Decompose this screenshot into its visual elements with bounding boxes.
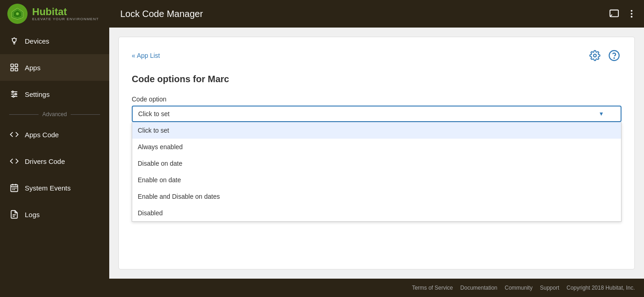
svg-line-10 — [16, 39, 17, 39]
svg-point-7 — [12, 38, 16, 42]
dropdown-menu: Click to set Always enabled Disable on d… — [132, 122, 622, 222]
footer: Terms of Service Documentation Community… — [0, 279, 644, 297]
hubitat-logo-icon — [7, 4, 28, 24]
advanced-label: Advanced — [42, 111, 67, 118]
code-option-dropdown[interactable]: Click to set ▼ Click to set Always enabl… — [132, 106, 622, 122]
code-icon-drivers — [9, 156, 19, 166]
svg-rect-11 — [11, 64, 14, 67]
code-icon-apps — [9, 129, 19, 140]
footer-copyright: Copyright 2018 Hubitat, Inc. — [566, 285, 635, 291]
svg-point-4 — [631, 10, 633, 12]
option-enable-disable-on-dates[interactable]: Enable and Disable on dates — [132, 188, 621, 205]
advanced-divider: Advanced — [0, 107, 109, 121]
sidebar-item-devices[interactable]: Devices — [0, 28, 109, 54]
content-area: « App List — [109, 28, 644, 279]
option-disabled[interactable]: Disabled — [132, 205, 621, 221]
sidebar-apps-label: Apps — [25, 64, 40, 72]
header-actions — [609, 9, 637, 19]
sidebar-logs-label: Logs — [25, 211, 40, 219]
page-title: Lock Code Manager — [117, 9, 609, 19]
option-disable-on-date[interactable]: Disable on date — [132, 155, 621, 172]
svg-rect-28 — [12, 189, 13, 190]
sidebar-item-settings[interactable]: Settings — [0, 81, 109, 107]
grid-icon — [9, 62, 19, 73]
svg-point-5 — [631, 13, 633, 15]
sidebar: Devices Apps — [0, 28, 109, 279]
chat-icon[interactable] — [609, 9, 619, 19]
file-icon — [9, 209, 19, 219]
sidebar-system-events-label: System Events — [25, 184, 71, 192]
back-link[interactable]: « App List — [132, 52, 160, 59]
selected-text: Click to set — [138, 110, 169, 118]
option-label: Disabled — [138, 209, 162, 217]
code-option-label: Code option — [132, 95, 622, 103]
help-icon-button[interactable] — [607, 48, 622, 63]
brand-tagline: ELEVATE YOUR ENVIRONMENT — [32, 17, 99, 21]
bulb-icon — [9, 36, 19, 46]
option-always-enabled[interactable]: Always enabled — [132, 139, 621, 155]
footer-terms-link[interactable]: Terms of Service — [412, 285, 453, 291]
option-label: Disable on date — [138, 160, 182, 167]
svg-point-6 — [631, 16, 633, 18]
svg-rect-27 — [16, 188, 17, 189]
footer-docs-link[interactable]: Documentation — [460, 285, 498, 291]
svg-rect-13 — [11, 68, 14, 71]
option-label: Enable on date — [138, 176, 181, 184]
svg-rect-14 — [15, 68, 18, 71]
footer-support-link[interactable]: Support — [540, 285, 559, 291]
sidebar-settings-label: Settings — [25, 90, 50, 98]
option-label: Enable and Disable on dates — [138, 193, 220, 200]
option-enable-on-date[interactable]: Enable on date — [132, 172, 621, 188]
option-label: Always enabled — [138, 143, 183, 151]
option-label: Click to set — [138, 127, 169, 134]
svg-rect-25 — [12, 188, 13, 189]
card-icons — [588, 48, 622, 63]
content-card: « App List — [118, 37, 635, 269]
svg-point-18 — [12, 91, 13, 92]
logo-text: Hubitat ELEVATE YOUR ENVIRONMENT — [32, 7, 99, 21]
dropdown-selected-value[interactable]: Click to set ▼ — [132, 106, 622, 122]
svg-point-2 — [16, 12, 19, 15]
option-click-to-set[interactable]: Click to set — [132, 122, 621, 139]
chevron-down-icon: ▼ — [599, 111, 604, 117]
svg-rect-12 — [15, 64, 18, 67]
logo-area: Hubitat ELEVATE YOUR ENVIRONMENT — [7, 4, 117, 24]
svg-point-32 — [594, 54, 596, 57]
sidebar-devices-label: Devices — [25, 37, 49, 45]
more-menu-icon[interactable] — [627, 9, 637, 19]
svg-point-19 — [15, 93, 17, 95]
sidebar-item-logs[interactable]: Logs — [0, 201, 109, 228]
svg-rect-29 — [14, 189, 15, 190]
svg-point-20 — [13, 95, 14, 97]
sidebar-item-system-events[interactable]: System Events — [0, 174, 109, 201]
sidebar-item-drivers-code[interactable]: Drivers Code — [0, 148, 109, 174]
brand-name: Hubitat — [32, 7, 99, 17]
sidebar-item-apps[interactable]: Apps — [0, 54, 109, 81]
svg-line-9 — [12, 39, 12, 39]
card-header: « App List — [132, 48, 622, 63]
sliders-icon — [9, 89, 19, 99]
header: Hubitat ELEVATE YOUR ENVIRONMENT Lock Co… — [0, 0, 644, 28]
sidebar-drivers-code-label: Drivers Code — [25, 157, 65, 165]
main-layout: Devices Apps — [0, 28, 644, 279]
svg-rect-26 — [14, 188, 15, 189]
sidebar-item-apps-code[interactable]: Apps Code — [0, 121, 109, 148]
code-option-form-group: Code option Click to set ▼ Click to set … — [132, 95, 622, 122]
calendar-icon — [9, 183, 19, 193]
sidebar-apps-code-label: Apps Code — [25, 131, 59, 139]
section-title: Code options for Marc — [132, 72, 622, 84]
settings-icon-button[interactable] — [588, 48, 602, 63]
footer-community-link[interactable]: Community — [505, 285, 533, 291]
